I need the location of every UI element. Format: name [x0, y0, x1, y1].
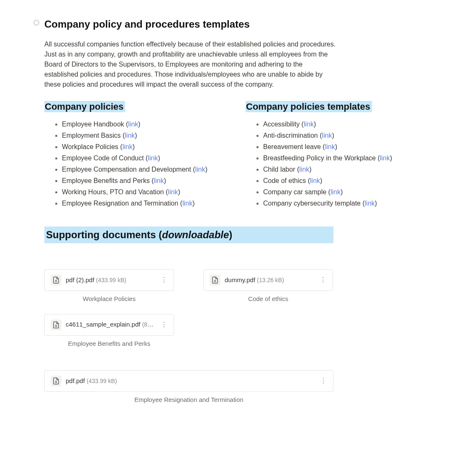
list-item: Workplace Policies (link): [62, 142, 216, 152]
file-card[interactable]: c4611_sample_explain.pdf (88....⋮: [44, 314, 174, 336]
list-item-link[interactable]: link: [299, 166, 309, 173]
list-item-link[interactable]: link: [304, 121, 314, 128]
list-item-label: Code of ethics (: [263, 177, 310, 184]
list-item-link[interactable]: link: [128, 121, 138, 128]
file-name-area: pdf.pdf (433.99 kB): [66, 376, 315, 386]
more-icon[interactable]: ⋮: [320, 378, 327, 384]
list-item-link[interactable]: link: [331, 188, 341, 196]
page-title: Company policy and procedures templates: [44, 17, 250, 32]
intro-paragraph: All successful companies function effect…: [44, 39, 337, 90]
list-item-link[interactable]: link: [125, 132, 135, 139]
list-item-link[interactable]: link: [182, 200, 192, 207]
list-item: Employee Handbook (link): [62, 119, 216, 129]
list-item: Employee Code of Conduct (link): [62, 153, 216, 163]
list-item: Anti-discrimination (link): [263, 131, 418, 141]
file-icon: [51, 376, 62, 386]
policies-column: Company policies Employee Handbook (link…: [44, 100, 216, 210]
list-item-label: Working Hours, PTO and Vacation (: [62, 188, 168, 196]
file-icon: [51, 275, 62, 286]
list-item-link[interactable]: link: [325, 143, 335, 150]
file-caption: Code of ethics: [203, 294, 333, 304]
file-size: (13.26 kB): [257, 277, 284, 283]
list-item-label: Employee Benefits and Perks (: [62, 177, 154, 184]
toggle-header: Company policy and procedures templates: [33, 17, 418, 32]
file-icon: [51, 319, 62, 330]
list-item-label: Child labor (: [263, 166, 299, 173]
list-item-link[interactable]: link: [365, 200, 375, 207]
list-item-link[interactable]: link: [322, 132, 332, 139]
list-item-label: Employee Compensation and Development (: [62, 166, 195, 173]
list-item: Employee Benefits and Perks (link): [62, 176, 216, 186]
supporting-heading: Supporting documents (downloadable): [44, 226, 333, 243]
file-card[interactable]: pdf.pdf (433.99 kB) ⋮: [44, 370, 333, 392]
list-item: Bereavement leave (link): [263, 142, 418, 152]
list-item-link[interactable]: link: [154, 177, 164, 184]
list-item-link[interactable]: link: [310, 177, 320, 184]
file-card[interactable]: dummy.pdf (13.26 kB)⋮: [203, 269, 333, 291]
list-item-label: Company cybersecurity template (: [263, 200, 365, 207]
content-body: All successful companies function effect…: [44, 39, 418, 405]
list-item-label: Breastfeeding Policy in the Workplace (: [263, 154, 380, 162]
list-item: Breastfeeding Policy in the Workplace (l…: [263, 153, 418, 163]
list-item-link[interactable]: link: [123, 143, 133, 150]
more-icon[interactable]: ⋮: [160, 322, 168, 328]
more-icon[interactable]: ⋮: [319, 277, 327, 283]
list-item: Accessibility (link): [263, 119, 418, 129]
list-item: Employee Compensation and Development (l…: [62, 165, 216, 175]
more-icon[interactable]: ⋮: [160, 277, 168, 283]
file-block: c4611_sample_explain.pdf (88....⋮Employe…: [44, 314, 174, 349]
file-size: (433.99 kB): [87, 378, 117, 384]
file-name: c4611_sample_explain.pdf: [66, 321, 140, 328]
file-size: (433.99 kB): [96, 277, 126, 283]
list-item-link[interactable]: link: [195, 166, 205, 173]
templates-heading: Company policies templates: [246, 101, 372, 112]
list-item: Employee Resignation and Termination (li…: [62, 198, 216, 208]
list-item-link[interactable]: link: [148, 154, 158, 162]
list-item-label: Company car sample (: [263, 188, 331, 196]
list-item-label: Anti-discrimination (: [263, 132, 322, 139]
list-item: Code of ethics (link): [263, 176, 418, 186]
list-item: Company car sample (link): [263, 187, 418, 197]
list-item-label: Employee Handbook (: [62, 121, 128, 128]
list-item-label: Employee Resignation and Termination (: [62, 200, 182, 207]
file-icon: [210, 275, 220, 286]
two-column-section: Company policies Employee Handbook (link…: [44, 100, 418, 210]
toggle-circle-icon[interactable]: [33, 20, 39, 26]
list-item: Working Hours, PTO and Vacation (link): [62, 187, 216, 197]
file-caption: Employee Benefits and Perks: [44, 339, 174, 349]
file-card[interactable]: pdf (2).pdf (433.99 kB)⋮: [44, 269, 174, 291]
list-item: Company cybersecurity template (link): [263, 198, 418, 208]
list-item-label: Workplace Policies (: [62, 143, 123, 150]
list-item: Child labor (link): [263, 165, 418, 175]
file-name: pdf (2).pdf: [66, 276, 94, 283]
file-name-area: c4611_sample_explain.pdf (88....: [66, 320, 156, 329]
file-caption: Employee Resignation and Termination: [44, 395, 333, 405]
list-item-link[interactable]: link: [168, 188, 178, 196]
list-item-label: Accessibility (: [263, 121, 304, 128]
file-caption: Workplace Policies: [44, 294, 174, 304]
file-block: pdf (2).pdf (433.99 kB)⋮Workplace Polici…: [44, 269, 174, 304]
files-grid: pdf (2).pdf (433.99 kB)⋮Workplace Polici…: [44, 269, 418, 348]
templates-list: Accessibility (link)Anti-discrimination …: [246, 119, 418, 208]
file-block: dummy.pdf (13.26 kB)⋮Code of ethics: [203, 269, 333, 304]
list-item-label: Employment Basics (: [62, 132, 125, 139]
file-block-full: pdf.pdf (433.99 kB) ⋮ Employee Resignati…: [44, 370, 333, 405]
policies-list: Employee Handbook (link)Employment Basic…: [44, 119, 216, 208]
file-name: dummy.pdf: [225, 276, 255, 283]
templates-column: Company policies templates Accessibility…: [246, 100, 418, 210]
list-item-link[interactable]: link: [380, 154, 390, 162]
file-size: (88....: [142, 321, 156, 328]
list-item: Employment Basics (link): [62, 131, 216, 141]
file-name-area: pdf (2).pdf (433.99 kB): [66, 275, 156, 285]
file-name-area: dummy.pdf (13.26 kB): [225, 275, 315, 285]
file-name: pdf.pdf: [66, 377, 85, 384]
list-item-label: Bereavement leave (: [263, 143, 325, 150]
policies-heading: Company policies: [44, 101, 125, 112]
list-item-label: Employee Code of Conduct (: [62, 154, 148, 162]
